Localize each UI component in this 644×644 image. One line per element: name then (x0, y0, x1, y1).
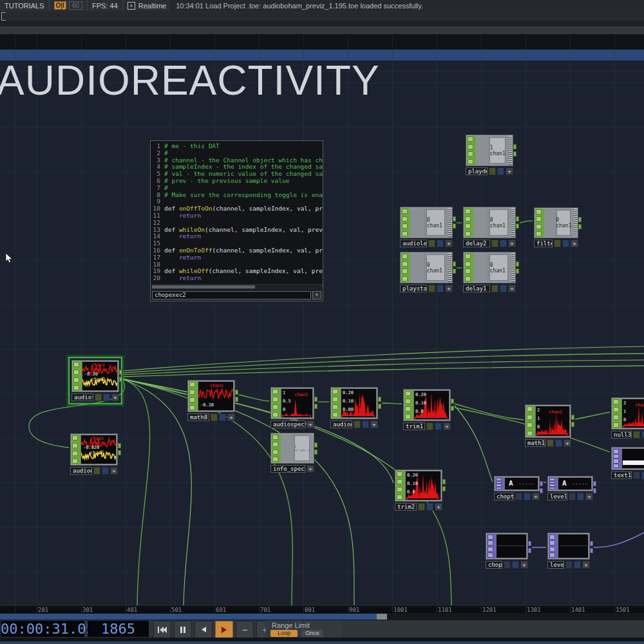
realtime-checkbox[interactable]: x (128, 2, 135, 10)
node-flag-icon[interactable] (332, 404, 338, 410)
node-expand-button[interactable]: + (370, 421, 378, 428)
output-connector[interactable] (578, 224, 582, 229)
node-flag-icon[interactable] (549, 540, 555, 545)
node-viewer[interactable]: 1 hz_per_s (281, 434, 313, 462)
output-connector[interactable] (314, 450, 317, 455)
node-flag-icon[interactable] (272, 397, 278, 402)
node-display-flag[interactable] (362, 421, 369, 428)
node-display-flag[interactable] (641, 471, 644, 479)
node-flag-icon[interactable] (405, 399, 411, 404)
output-connectors[interactable] (571, 415, 574, 427)
output-connectors[interactable] (516, 216, 519, 229)
node-name-label[interactable]: trim1 (403, 422, 425, 430)
node-render-flag[interactable] (489, 167, 496, 175)
node-flag-icon[interactable] (613, 449, 619, 454)
output-connector[interactable] (119, 370, 122, 375)
node-render-flag[interactable] (569, 493, 576, 500)
output-connector[interactable] (453, 223, 456, 229)
node-flag-icon[interactable] (468, 151, 473, 156)
node-viewer[interactable]: 0.200.100.00 (341, 388, 377, 418)
node-trim2[interactable]: 0.200.100.0trim2+ (395, 469, 442, 511)
output-connector[interactable] (516, 216, 519, 222)
node-flag-icon[interactable] (496, 484, 502, 487)
node-flag-icon[interactable] (465, 231, 471, 236)
output-connector[interactable] (590, 541, 593, 546)
node-name-label[interactable]: audiodyna1 (330, 421, 352, 428)
node-name-label[interactable]: audiolevel (400, 240, 427, 247)
node-viewer[interactable] (621, 448, 644, 469)
output-connectors[interactable] (453, 261, 456, 274)
node-viewer[interactable]: 0 chan1 (544, 209, 574, 237)
node-body[interactable]: 0.200.100.0 (403, 389, 451, 421)
node-flag-icon[interactable] (613, 399, 619, 404)
node-expand-button[interactable]: + (307, 465, 314, 473)
node-display-flag[interactable] (555, 439, 562, 447)
chopexec-dat-panel[interactable]: 1# me - this DAT2#3# channel - the Chann… (150, 140, 323, 301)
output-connector[interactable] (314, 397, 317, 402)
node-expand-button[interactable]: + (445, 285, 453, 292)
node-flag-icon[interactable] (72, 443, 78, 448)
node-render-flag[interactable] (211, 413, 218, 421)
node-name-label[interactable]: text1 (611, 471, 632, 479)
pause-button[interactable] (174, 621, 192, 638)
node-expand-button[interactable]: + (111, 393, 119, 401)
node-body[interactable]: A (494, 476, 540, 491)
node-flag-icon[interactable] (397, 495, 402, 500)
node-body[interactable]: 0 chan1 (400, 207, 453, 238)
node-flag-icon[interactable] (549, 484, 555, 487)
node-flag-icon[interactable] (73, 370, 79, 375)
node-render-flag[interactable] (426, 422, 433, 430)
node-flag-icon[interactable] (402, 216, 408, 222)
node-flag-icon[interactable] (613, 407, 619, 412)
node-body[interactable]: 0 chan1 (534, 207, 578, 238)
node-expand-button[interactable]: + (520, 561, 528, 569)
node-flag-icon[interactable] (496, 478, 502, 481)
node-viewer[interactable]: chan1-0.20 (198, 381, 234, 411)
node-math8[interactable]: chan1-0.20math8+ (187, 380, 235, 421)
node-audiolevel[interactable]: 0 chan1audiolevel+ (400, 207, 453, 247)
node-name-label[interactable]: level2 (547, 493, 567, 500)
timeline-scroll-handle[interactable] (377, 614, 387, 620)
dat-scroll-handle[interactable] (152, 285, 255, 289)
node-expand-button[interactable]: + (582, 561, 590, 569)
node-flag-icon[interactable] (613, 422, 619, 428)
timeline-track-band[interactable] (0, 34, 644, 50)
node-audiospect_raw[interactable]: 10.50chan1audiospect_raw+ (270, 387, 314, 428)
node-flag-icon[interactable] (613, 415, 619, 420)
node-display-flag[interactable] (102, 467, 109, 475)
node-render-flag[interactable] (633, 431, 640, 439)
node-flag-icon[interactable] (272, 389, 278, 394)
node-viewer[interactable]: 0.200.100.0 (413, 390, 450, 420)
node-name-label[interactable]: math8 (187, 413, 209, 421)
node-flag-icon[interactable] (272, 450, 278, 455)
node-flag-icon[interactable] (465, 269, 471, 274)
node-flag-icon[interactable] (402, 261, 408, 267)
node-viewer[interactable]: 0 chan1 (410, 253, 448, 282)
node-flag-icon[interactable] (397, 471, 402, 477)
node-body[interactable]: chan1-0.020chan2 (70, 433, 118, 466)
node-flag-icon[interactable] (332, 389, 338, 394)
node-flag-icon[interactable] (465, 254, 471, 259)
output-connectors[interactable] (442, 479, 446, 491)
node-viewer[interactable]: 210chan1 (621, 399, 644, 428)
output-connector[interactable] (578, 217, 582, 222)
node-flag-icon[interactable] (549, 553, 555, 558)
node-render-flag[interactable] (354, 421, 361, 428)
node-flag-icon[interactable] (397, 479, 402, 484)
frame-display[interactable]: 1865 (88, 621, 149, 637)
node-viewer[interactable]: 10.50chan1 (281, 388, 313, 418)
node-flag-icon[interactable] (613, 459, 619, 464)
node-audiodevout1[interactable]: chan1-0.020chan2audiodevout1+ (70, 433, 118, 475)
node-flag-icon[interactable] (405, 406, 411, 412)
node-flag-icon[interactable] (549, 478, 555, 481)
output-connector[interactable] (453, 216, 456, 222)
node-body[interactable]: 0 chan1 (400, 252, 453, 283)
node-flag-icon[interactable] (488, 547, 493, 552)
node-audiofilein1[interactable]: chan1-0.20chan2audiofilein1+ (71, 360, 119, 401)
range-minus-button[interactable]: − (236, 621, 254, 638)
node-expand-button[interactable]: + (227, 413, 235, 421)
output-connector[interactable] (516, 269, 519, 274)
node-body[interactable]: 1 hz_per_s (270, 433, 314, 464)
output-connector[interactable] (118, 450, 121, 455)
output-connectors[interactable] (314, 442, 317, 455)
